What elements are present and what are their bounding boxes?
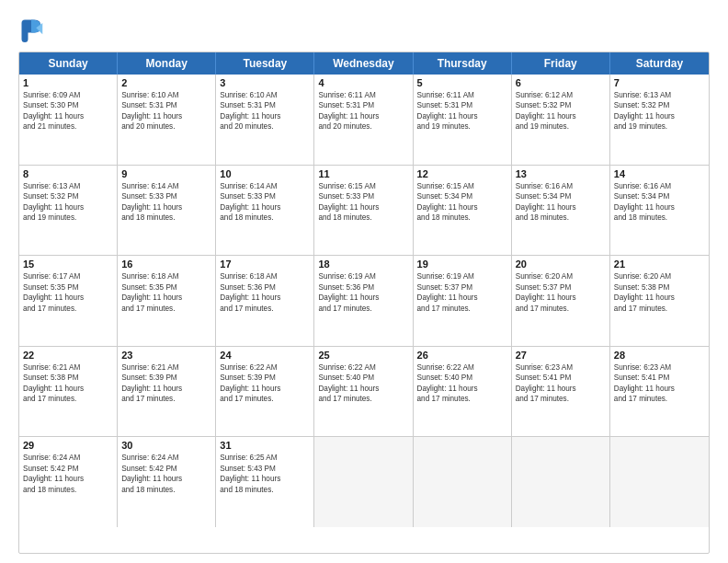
header-day: Friday (512, 52, 610, 75)
calendar-cell: 3Sunrise: 6:10 AMSunset: 5:31 PMDaylight… (216, 75, 314, 165)
header-day: Saturday (610, 52, 709, 75)
cell-line: and 18 minutes. (614, 213, 705, 223)
day-number: 19 (417, 259, 507, 270)
cell-line: and 18 minutes. (417, 213, 507, 223)
day-number: 17 (220, 259, 310, 270)
cell-line: Sunrise: 6:23 AM (614, 362, 705, 373)
cell-line: Sunrise: 6:22 AM (417, 362, 507, 373)
day-number: 18 (318, 259, 408, 270)
cell-line: Daylight: 11 hours (220, 293, 310, 303)
cell-line: and 20 minutes. (121, 121, 211, 132)
cell-line: Daylight: 11 hours (23, 111, 113, 121)
cell-line: Sunset: 5:31 PM (318, 100, 408, 110)
cell-line: Sunset: 5:31 PM (417, 100, 507, 110)
day-number: 20 (516, 259, 606, 270)
cell-line: Daylight: 11 hours (516, 111, 606, 121)
cell-line: and 18 minutes. (220, 213, 310, 223)
calendar-cell: 23Sunrise: 6:21 AMSunset: 5:39 PMDayligh… (118, 347, 216, 437)
cell-line: Daylight: 11 hours (614, 111, 705, 121)
cell-line: Sunrise: 6:20 AM (516, 271, 606, 282)
cell-line: Sunset: 5:33 PM (220, 191, 310, 201)
cell-line: Sunset: 5:36 PM (220, 282, 310, 293)
calendar-cell: 24Sunrise: 6:22 AMSunset: 5:39 PMDayligh… (216, 347, 314, 437)
day-number: 28 (614, 350, 705, 361)
cell-line: Sunset: 5:39 PM (220, 373, 310, 383)
day-number: 6 (516, 77, 606, 88)
calendar-cell: 25Sunrise: 6:22 AMSunset: 5:40 PMDayligh… (314, 347, 413, 437)
cell-line: and 17 minutes. (23, 304, 113, 314)
cell-line: Sunset: 5:39 PM (121, 373, 211, 383)
day-number: 25 (318, 350, 408, 361)
calendar-cell: 31Sunrise: 6:25 AMSunset: 5:43 PMDayligh… (216, 437, 314, 527)
cell-line: Sunset: 5:32 PM (23, 191, 113, 201)
cell-line: Sunrise: 6:22 AM (220, 362, 310, 373)
cell-line: Sunrise: 6:14 AM (121, 181, 211, 191)
cell-line: Daylight: 11 hours (516, 384, 606, 394)
cell-line: Sunrise: 6:12 AM (516, 90, 606, 100)
cell-line: Sunrise: 6:10 AM (220, 90, 310, 100)
calendar-cell: 8Sunrise: 6:13 AMSunset: 5:32 PMDaylight… (19, 166, 118, 256)
calendar-row: 1Sunrise: 6:09 AMSunset: 5:30 PMDaylight… (19, 75, 709, 166)
cell-line: Sunrise: 6:13 AM (23, 181, 113, 191)
cell-line: Sunrise: 6:18 AM (220, 271, 310, 282)
calendar-row: 15Sunrise: 6:17 AMSunset: 5:35 PMDayligh… (19, 256, 709, 347)
cell-line: Sunrise: 6:21 AM (121, 362, 211, 373)
cell-line: and 17 minutes. (516, 304, 606, 314)
calendar-cell: 16Sunrise: 6:18 AMSunset: 5:35 PMDayligh… (118, 256, 216, 346)
cell-line: Sunrise: 6:15 AM (318, 181, 408, 191)
cell-line: Daylight: 11 hours (417, 111, 507, 121)
cell-line: and 17 minutes. (614, 304, 705, 314)
calendar-cell (414, 437, 512, 527)
cell-line: Sunrise: 6:20 AM (614, 271, 705, 282)
header-day: Thursday (414, 52, 512, 75)
cell-line: Sunrise: 6:11 AM (318, 90, 408, 100)
cell-line: Sunset: 5:42 PM (121, 464, 211, 474)
cell-line: Daylight: 11 hours (220, 202, 310, 213)
cell-line: Daylight: 11 hours (23, 202, 113, 213)
cell-line: and 19 minutes. (417, 121, 507, 132)
day-number: 12 (417, 168, 507, 179)
calendar-header: SundayMondayTuesdayWednesdayThursdayFrid… (19, 52, 709, 75)
cell-line: and 18 minutes. (121, 485, 211, 495)
cell-line: Daylight: 11 hours (614, 384, 705, 394)
cell-line: Sunset: 5:38 PM (23, 373, 113, 383)
cell-line: Sunset: 5:34 PM (417, 191, 507, 201)
cell-line: Daylight: 11 hours (121, 384, 211, 394)
calendar-cell: 5Sunrise: 6:11 AMSunset: 5:31 PMDaylight… (414, 75, 512, 165)
calendar: SundayMondayTuesdayWednesdayThursdayFrid… (18, 52, 710, 554)
cell-line: Daylight: 11 hours (121, 111, 211, 121)
cell-line: Daylight: 11 hours (417, 202, 507, 213)
calendar-cell: 10Sunrise: 6:14 AMSunset: 5:33 PMDayligh… (216, 166, 314, 256)
day-number: 21 (614, 259, 705, 270)
cell-line: Daylight: 11 hours (614, 293, 705, 303)
cell-line: and 20 minutes. (318, 121, 408, 132)
header (18, 17, 710, 42)
calendar-row: 29Sunrise: 6:24 AMSunset: 5:42 PMDayligh… (19, 437, 709, 527)
cell-line: Sunrise: 6:16 AM (516, 181, 606, 191)
cell-line: Daylight: 11 hours (318, 384, 408, 394)
header-day: Tuesday (216, 52, 314, 75)
cell-line: Sunset: 5:30 PM (23, 100, 113, 110)
cell-line: Daylight: 11 hours (318, 111, 408, 121)
cell-line: Sunset: 5:34 PM (614, 191, 705, 201)
cell-line: and 17 minutes. (417, 394, 507, 404)
cell-line: Sunset: 5:32 PM (614, 100, 705, 110)
cell-line: Sunrise: 6:24 AM (121, 453, 211, 463)
day-number: 24 (220, 350, 310, 361)
cell-line: and 17 minutes. (318, 304, 408, 314)
calendar-cell: 13Sunrise: 6:16 AMSunset: 5:34 PMDayligh… (512, 166, 610, 256)
cell-line: Sunrise: 6:24 AM (23, 453, 113, 463)
calendar-cell: 27Sunrise: 6:23 AMSunset: 5:41 PMDayligh… (512, 347, 610, 437)
cell-line: Daylight: 11 hours (318, 293, 408, 303)
cell-line: and 17 minutes. (121, 304, 211, 314)
cell-line: Sunset: 5:33 PM (121, 191, 211, 201)
calendar-cell (610, 437, 709, 527)
calendar-cell: 1Sunrise: 6:09 AMSunset: 5:30 PMDaylight… (19, 75, 118, 165)
cell-line: Sunset: 5:36 PM (318, 282, 408, 293)
day-number: 11 (318, 168, 408, 179)
calendar-cell (512, 437, 610, 527)
day-number: 1 (23, 77, 113, 88)
cell-line: and 17 minutes. (318, 394, 408, 404)
cell-line: Sunrise: 6:22 AM (318, 362, 408, 373)
cell-line: and 17 minutes. (614, 394, 705, 404)
